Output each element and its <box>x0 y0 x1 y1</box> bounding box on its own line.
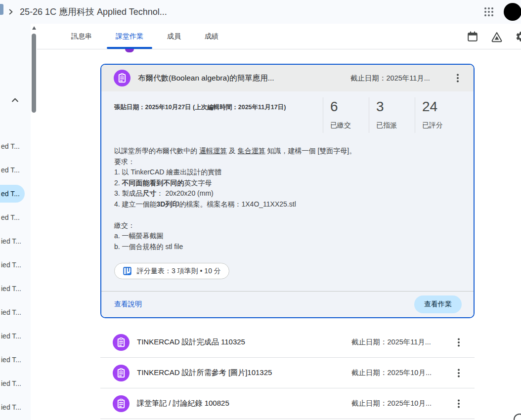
tab-1[interactable]: 課堂作業 <box>104 24 155 49</box>
chevron-up-icon[interactable] <box>7 92 23 108</box>
more-options-kebab-icon[interactable] <box>449 333 469 352</box>
tab-0[interactable]: 訊息串 <box>59 24 104 49</box>
text: 4. 建立一個能 <box>114 200 157 208</box>
sidebar-class-label: ied T... <box>0 285 21 293</box>
text: 英文字母 <box>184 179 212 187</box>
description-line: 以課堂所學的布爾代數中的 邏輯運算 及 集合運算 知識，建構一個 [雙面字母]。 <box>114 146 461 157</box>
text: 3. 製成品 <box>114 189 143 197</box>
sidebar-class-label: ied T... <box>0 356 21 364</box>
scroll-up-arrow-icon[interactable] <box>32 26 36 30</box>
account-avatar[interactable] <box>504 3 521 21</box>
sidebar-class-label: ed T... <box>0 166 20 174</box>
sidebar-class-item-11[interactable]: ied T... <box>0 395 31 419</box>
bold-text: 3D列印 <box>157 200 179 208</box>
description-line: 要求： <box>114 157 461 168</box>
assignment-card-body: 張貼日期：2025年10月27日 (上次編輯時間：2025年11月17日) 6已… <box>101 91 474 291</box>
description-line: a. 一幅螢幕截圖 <box>114 231 461 242</box>
text: 1. 以 TinkerCAD 繪畫出設計的實體 <box>114 168 221 176</box>
assignment-list: TINKERCAD 設計完成品 110325截止日期：2025年11月...TI… <box>100 327 475 419</box>
assignment-card-expanded: 布爾代數(Boolean algebra)的簡單應用... 截止日期：2025年… <box>100 64 475 318</box>
assignment-clipboard-icon <box>113 334 130 351</box>
scrollbar-thumb[interactable] <box>32 34 36 113</box>
stat-已繳交[interactable]: 6已繳交 <box>323 97 369 133</box>
description-line: 3. 製成品尺寸： 20x20x20 (mm) <box>114 188 461 199</box>
sidebar-class-item-9[interactable]: ied T... <box>0 348 31 372</box>
calendar-icon[interactable] <box>467 31 478 42</box>
settings-gear-icon[interactable] <box>515 31 521 42</box>
sidebar-class-item-5[interactable]: ied T... <box>0 253 31 277</box>
assignment-clipboard-icon <box>114 70 130 86</box>
class-avatar-icon[interactable] <box>0 4 3 15</box>
submission-stats: 6已繳交3已指派24已評分 <box>323 97 461 133</box>
stat-已評分[interactable]: 24已評分 <box>415 97 461 133</box>
tab-label: 課堂作業 <box>116 32 143 41</box>
stat-label: 已評分 <box>422 121 461 130</box>
sidebar-class-label: ied T... <box>0 261 21 269</box>
vertical-scrollbar[interactable] <box>31 24 37 420</box>
text: 要求： <box>114 158 135 166</box>
assignment-clipboard-icon <box>113 365 130 381</box>
sidebar-class-label: ied T... <box>0 403 21 411</box>
sidebar-class-item-1[interactable]: ed T... <box>0 158 31 182</box>
assignment-row-1[interactable]: TINKERCAD 設計所需參考 [圖片]101325截止日期：2025年10月… <box>100 358 475 388</box>
assignment-title: 布爾代數(Boolean algebra)的簡單應用... <box>138 73 343 84</box>
text: 繳交： <box>114 221 135 229</box>
more-options-kebab-icon[interactable] <box>449 363 469 383</box>
sidebar-class-item-6[interactable]: ied T... <box>0 277 31 300</box>
drive-icon[interactable] <box>491 31 503 42</box>
underlined-term: 邏輯運算 <box>199 147 227 155</box>
breadcrumb-chevron-icon <box>7 8 15 16</box>
underlined-term: 集合運算 <box>238 147 265 155</box>
more-options-kebab-icon[interactable] <box>448 68 468 88</box>
assignment-row-2[interactable]: 課堂筆記 / 討論紀錄 100825截止日期：2025年10月... <box>100 388 475 419</box>
class-sidebar: ed T...ed T...ed T...ed T...ied T...ied … <box>0 24 31 420</box>
assignment-due-date: 截止日期：2025年10月... <box>351 368 441 378</box>
bold-text: 不同面能看到不同的 <box>122 179 184 187</box>
assignment-due-date: 截止日期：2025年10月... <box>351 399 441 408</box>
sidebar-class-list: ed T...ed T...ed T...ed T...ied T...ied … <box>0 134 31 419</box>
sidebar-class-item-2[interactable]: ed T... <box>0 182 31 206</box>
tab-label: 成績 <box>205 32 218 41</box>
tab-2[interactable]: 成員 <box>155 24 193 49</box>
top-header: 25-26 1C 應用科技 Applied Technol... <box>0 0 521 24</box>
rubric-chip[interactable]: 評分量表：3 項準則 • 10 分 <box>114 263 229 279</box>
view-instructions-link[interactable]: 查看說明 <box>114 300 142 309</box>
classwork-content: 布爾代數(Boolean algebra)的簡單應用... 截止日期：2025年… <box>37 49 521 419</box>
text: b. 一個合規格的 stl file <box>114 243 183 251</box>
more-options-kebab-icon[interactable] <box>449 394 469 414</box>
breadcrumb-class-title[interactable]: 25-26 1C 應用科技 Applied Technol... <box>20 6 167 18</box>
stat-label: 已指派 <box>376 121 415 130</box>
text: a. 一幅螢幕截圖 <box>114 232 164 240</box>
view-work-button[interactable]: 查看作業 <box>414 295 462 313</box>
sidebar-class-item-7[interactable]: ied T... <box>0 300 31 324</box>
tab-3[interactable]: 成績 <box>193 24 230 49</box>
tabs: 訊息串課堂作業成員成績 <box>59 24 230 49</box>
google-apps-grid-icon[interactable] <box>479 2 499 22</box>
description-line: 2. 不同面能看到不同的英文字母 <box>114 178 461 189</box>
assignment-card-header[interactable]: 布爾代數(Boolean algebra)的簡單應用... 截止日期：2025年… <box>101 65 474 91</box>
assignment-clipboard-icon <box>113 395 130 412</box>
sidebar-class-item-10[interactable]: ied T... <box>0 372 31 395</box>
sidebar-class-label: ied T... <box>0 237 21 245</box>
rubric-label: 評分量表：3 項準則 • 10 分 <box>137 267 221 276</box>
text: 2. <box>114 179 122 187</box>
sidebar-class-label: ed T... <box>0 190 20 198</box>
sidebar-class-item-4[interactable]: ied T... <box>0 229 31 253</box>
sidebar-class-item-0[interactable]: ed T... <box>0 134 31 158</box>
description-line: 4. 建立一個能3D列印的檔案。檔案名稱：1X4O_11XX25.stl <box>114 199 461 210</box>
stat-已指派[interactable]: 3已指派 <box>369 97 415 133</box>
sidebar-class-item-3[interactable]: ed T... <box>0 206 31 229</box>
sidebar-class-label: ied T... <box>0 332 21 340</box>
assignment-row-0[interactable]: TINKERCAD 設計完成品 110325截止日期：2025年11月... <box>100 327 475 358</box>
sidebar-class-item-8[interactable]: ied T... <box>0 324 31 348</box>
classroom-window: 25-26 1C 應用科技 Applied Technol... ed T...… <box>0 0 521 420</box>
description-line: b. 一個合規格的 stl file <box>114 242 461 252</box>
text: 知識，建構一個 [雙面字母]。 <box>265 147 356 155</box>
main-area: 訊息串課堂作業成員成績 <box>37 24 521 420</box>
stat-value: 24 <box>422 98 461 115</box>
stat-value: 6 <box>330 98 369 115</box>
assignment-title: TINKERCAD 設計所需參考 [圖片]101325 <box>137 368 344 378</box>
sidebar-class-label: ed T... <box>0 213 20 221</box>
class-tabbar: 訊息串課堂作業成員成績 <box>37 24 521 49</box>
tab-label: 訊息串 <box>71 32 92 41</box>
